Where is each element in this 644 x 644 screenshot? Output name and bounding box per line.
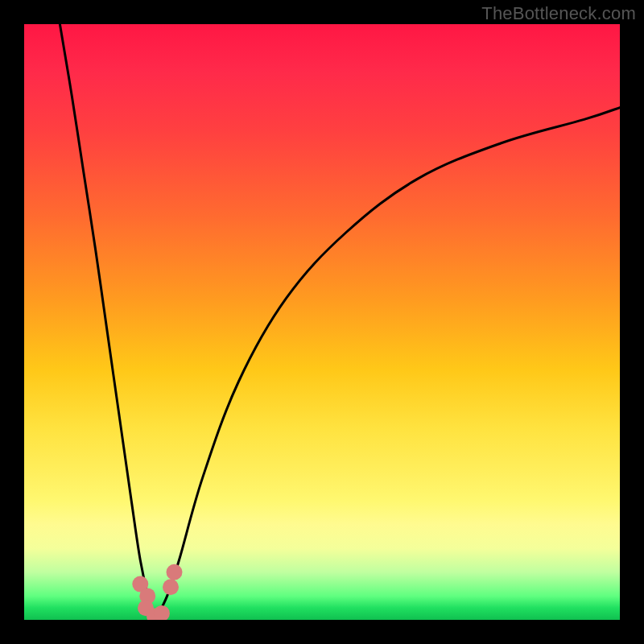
optimal-marker [163, 579, 179, 595]
optimal-marker-cluster [132, 564, 182, 620]
plot-area [24, 24, 620, 620]
right-branch-curve [155, 108, 620, 620]
curve-layer [24, 24, 620, 620]
watermark-text: TheBottleneck.com [481, 3, 636, 24]
chart-frame: TheBottleneck.com [0, 0, 644, 644]
left-branch-curve [60, 24, 155, 620]
optimal-marker [167, 564, 183, 580]
optimal-marker [154, 605, 170, 620]
